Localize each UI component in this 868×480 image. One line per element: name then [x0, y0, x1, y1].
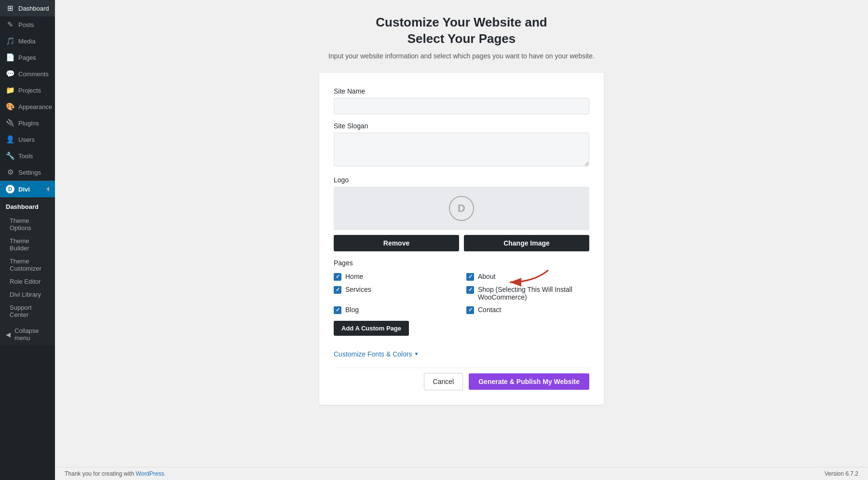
page-item-shop[interactable]: Shop (Selecting This Will Install WooCom… — [466, 286, 589, 301]
footer-text: Thank you for creating with WordPress. — [65, 470, 166, 477]
sidebar-item-label: Media — [18, 38, 35, 45]
page-title: Customize Your Website and Select Your P… — [376, 14, 547, 47]
page-label-blog: Blog — [345, 306, 359, 314]
page-checkbox-about[interactable] — [466, 273, 474, 281]
divi-theme-customizer[interactable]: Theme Customizer — [0, 255, 55, 275]
page-checkbox-home[interactable] — [334, 273, 341, 281]
comments-icon: 💬 — [6, 69, 14, 78]
appearance-icon: 🎨 — [6, 102, 14, 111]
change-image-button[interactable]: Change Image — [464, 235, 589, 251]
cancel-button[interactable]: Cancel — [424, 373, 463, 390]
page-item-blog[interactable]: Blog — [334, 306, 457, 314]
customize-fonts-link[interactable]: Customize Fonts & Colors ▼ — [334, 350, 589, 358]
sidebar-item-label: Users — [18, 136, 35, 143]
media-icon: 🎵 — [6, 37, 14, 45]
divi-role-editor[interactable]: Role Editor — [0, 275, 55, 288]
divi-theme-options[interactable]: Theme Options — [0, 214, 55, 234]
tools-icon: 🔧 — [6, 151, 14, 160]
sidebar-item-label: Dashboard — [18, 5, 49, 12]
sidebar-item-plugins[interactable]: 🔌 Plugins — [0, 115, 55, 131]
content-card: Site Name Site Slogan Logo D Remove Chan… — [319, 73, 604, 405]
divi-icon: D — [6, 185, 14, 193]
page-label-services: Services — [345, 286, 371, 293]
sidebar-item-settings[interactable]: ⚙ Settings — [0, 164, 55, 180]
divi-dashboard-label: Dashboard — [0, 199, 55, 214]
logo-label: Logo — [334, 176, 589, 184]
wordpress-link[interactable]: WordPress. — [136, 470, 165, 477]
page-label-about: About — [478, 273, 496, 280]
pages-grid: Home About — [334, 273, 589, 314]
sidebar-item-projects[interactable]: 📁 Projects — [0, 82, 55, 98]
remove-button[interactable]: Remove — [334, 235, 459, 251]
page-item-contact[interactable]: Contact — [466, 306, 589, 314]
page-checkbox-contact[interactable] — [466, 306, 474, 314]
divi-section: D Divi Dashboard Theme Options Theme Bui… — [0, 180, 55, 345]
chevron-left-icon — [46, 187, 49, 192]
sidebar-item-label: Posts — [18, 21, 34, 28]
sidebar-item-pages[interactable]: 📄 Pages — [0, 49, 55, 66]
posts-icon: ✎ — [6, 20, 14, 29]
divi-theme-builder[interactable]: Theme Builder — [0, 234, 55, 255]
site-slogan-label: Site Slogan — [334, 122, 589, 130]
collapse-label: Collapse menu — [14, 327, 49, 342]
sidebar: ⊞ Dashboard ✎ Posts 🎵 Media 📄 Pages 💬 Co… — [0, 0, 55, 480]
logo-group: Logo D Remove Change Image — [334, 176, 589, 251]
sidebar-item-label: Pages — [18, 54, 36, 61]
page-item-home[interactable]: Home — [334, 273, 457, 281]
pages-label: Pages — [334, 259, 589, 267]
sidebar-item-comments[interactable]: 💬 Comments — [0, 66, 55, 82]
page-label-shop: Shop (Selecting This Will Install WooCom… — [478, 286, 589, 301]
sidebar-item-label: Settings — [18, 169, 41, 176]
page-checkbox-services[interactable] — [334, 286, 341, 294]
page-item-about[interactable]: About — [466, 273, 589, 281]
plugins-icon: 🔌 — [6, 119, 14, 127]
sidebar-item-label: Appearance — [18, 103, 52, 110]
pages-icon: 📄 — [6, 53, 14, 62]
page-subtitle: Input your website information and selec… — [328, 51, 595, 61]
sidebar-item-label: Comments — [18, 70, 49, 78]
site-slogan-input[interactable] — [334, 133, 589, 166]
divi-support-center[interactable]: Support Center — [0, 301, 55, 321]
sidebar-item-media[interactable]: 🎵 Media — [0, 33, 55, 49]
collapse-icon: ◀ — [6, 331, 11, 338]
settings-icon: ⚙ — [6, 168, 14, 177]
pages-group: Pages Home About — [334, 259, 589, 343]
page-label-home: Home — [345, 273, 363, 280]
site-name-label: Site Name — [334, 87, 589, 95]
projects-icon: 📁 — [6, 86, 14, 95]
sidebar-item-label: Projects — [18, 87, 41, 94]
logo-area: D — [334, 187, 589, 230]
divi-menu-header[interactable]: D Divi — [0, 181, 55, 197]
form-footer: Cancel Generate & Publish My Website — [334, 368, 589, 390]
page-checkbox-shop[interactable] — [466, 286, 474, 294]
divi-label: Divi — [18, 186, 30, 193]
site-name-group: Site Name — [334, 87, 589, 114]
sidebar-item-label: Plugins — [18, 120, 39, 127]
chevron-down-icon: ▼ — [414, 351, 419, 357]
sidebar-item-tools[interactable]: 🔧 Tools — [0, 148, 55, 164]
sidebar-item-posts[interactable]: ✎ Posts — [0, 16, 55, 33]
sidebar-item-label: Tools — [18, 152, 33, 160]
page-footer: Thank you for creating with WordPress. V… — [55, 467, 868, 480]
sidebar-item-dashboard[interactable]: ⊞ Dashboard — [0, 0, 55, 16]
publish-button[interactable]: Generate & Publish My Website — [469, 373, 589, 390]
collapse-menu-item[interactable]: ◀ Collapse menu — [0, 323, 55, 345]
logo-circle: D — [449, 196, 474, 221]
site-slogan-group: Site Slogan — [334, 122, 589, 168]
version-text: Version 6.7.2 — [825, 470, 858, 477]
sidebar-item-appearance[interactable]: 🎨 Appearance — [0, 98, 55, 115]
sidebar-item-users[interactable]: 👤 Users — [0, 131, 55, 148]
page-label-contact: Contact — [478, 306, 501, 314]
page-heading: Customize Your Website and Select Your P… — [376, 14, 547, 47]
divi-submenu: Dashboard Theme Options Theme Builder Th… — [0, 197, 55, 323]
users-icon: 👤 — [6, 135, 14, 144]
page-item-services[interactable]: Services — [334, 286, 457, 301]
customize-fonts-anchor[interactable]: Customize Fonts & Colors ▼ — [334, 350, 589, 358]
logo-buttons: Remove Change Image — [334, 235, 589, 251]
site-name-input[interactable] — [334, 98, 589, 114]
add-custom-page-button[interactable]: Add A Custom Page — [334, 321, 409, 336]
dashboard-icon: ⊞ — [6, 4, 14, 13]
main-content: Customize Your Website and Select Your P… — [55, 0, 868, 480]
divi-library[interactable]: Divi Library — [0, 288, 55, 301]
page-checkbox-blog[interactable] — [334, 306, 341, 314]
